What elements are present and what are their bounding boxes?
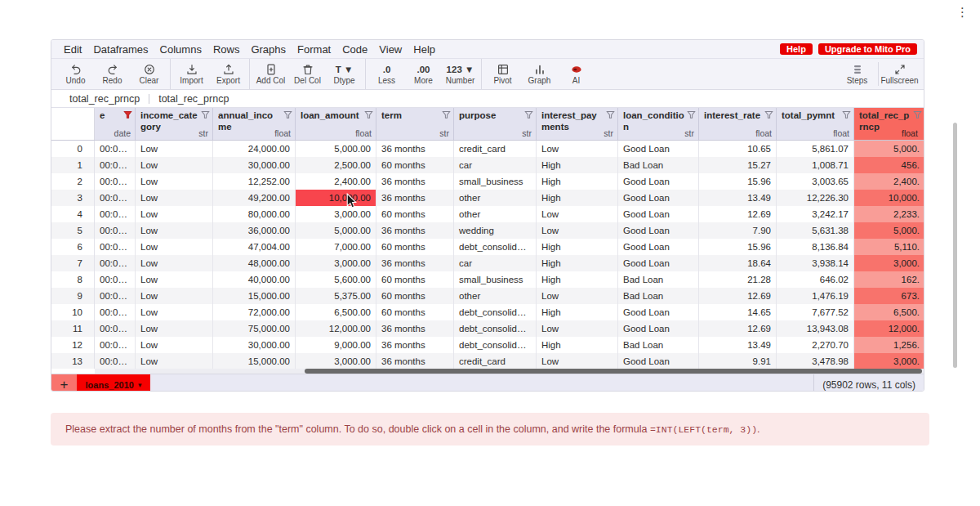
cell[interactable]: 1,476.19 (777, 288, 854, 304)
toolbar-button-del-col[interactable]: Del Col (289, 63, 326, 85)
row-index[interactable]: 9 (51, 288, 95, 304)
menu-item-graphs[interactable]: Graphs (245, 43, 292, 56)
cell[interactable]: 2,233. (854, 206, 924, 222)
cell[interactable]: Good Loan (618, 173, 699, 190)
row-index[interactable]: 11 (51, 320, 95, 337)
cell[interactable]: 5,110. (854, 239, 924, 255)
horizontal-scrollbar-thumb[interactable] (305, 369, 922, 374)
cell[interactable]: small_business (454, 173, 537, 190)
cell[interactable]: 8,136.84 (777, 239, 854, 255)
cell[interactable]: Good Loan (618, 239, 699, 255)
help-button[interactable]: Help (780, 43, 813, 55)
cell[interactable]: Low (136, 288, 213, 304)
cell[interactable]: car (454, 255, 537, 271)
cell[interactable]: car (454, 157, 537, 173)
toolbar-button-clear[interactable]: Clear (131, 63, 167, 85)
cell[interactable]: debt_consolidati… (454, 320, 537, 337)
cell[interactable]: Low (537, 288, 618, 304)
cell[interactable]: debt_consolidati… (454, 239, 537, 255)
cell[interactable]: High (537, 190, 618, 206)
row-index[interactable]: 1 (51, 157, 95, 173)
row-index[interactable]: 0 (51, 141, 95, 157)
cell[interactable]: 5,000. (854, 222, 924, 239)
toolbar-button-undo[interactable]: Undo (57, 63, 94, 85)
column-header-term[interactable]: termstr (376, 108, 454, 140)
cell[interactable]: Low (537, 320, 618, 337)
cell[interactable]: 12,000. (854, 320, 924, 337)
cell[interactable]: 00:0… (95, 157, 136, 173)
cell[interactable]: High (537, 173, 618, 190)
toolbar-button-number[interactable]: 123 ▼Number (442, 63, 479, 85)
cell[interactable]: Low (537, 222, 618, 239)
kebab-menu-icon[interactable]: ⋮ (956, 5, 969, 20)
cell[interactable]: 12,000.00 (296, 320, 376, 337)
cell[interactable]: credit_card (454, 141, 537, 157)
cell[interactable]: Good Loan (618, 255, 699, 271)
column-header-total-pymnt[interactable]: total_pymntfloat (777, 108, 854, 140)
menu-item-rows[interactable]: Rows (207, 43, 246, 56)
cell[interactable]: 36 months (376, 190, 454, 206)
cell[interactable]: 3,000. (854, 255, 924, 271)
cell[interactable]: Bad Loan (618, 157, 699, 173)
cell[interactable]: 5,600.00 (296, 271, 376, 288)
row-index[interactable]: 3 (51, 190, 95, 206)
cell[interactable]: 00:0… (95, 288, 136, 304)
cell[interactable]: Good Loan (618, 304, 699, 320)
cell[interactable]: 12.69 (699, 206, 777, 222)
cell[interactable]: High (537, 255, 618, 271)
row-index[interactable]: 6 (51, 239, 95, 255)
cell[interactable]: 2,270.70 (777, 337, 854, 353)
cell[interactable]: 00:0… (95, 353, 136, 369)
cell[interactable]: 5,375.00 (296, 288, 376, 304)
toolbar-button-less[interactable]: .0Less (368, 63, 405, 85)
grid-corner-cell[interactable] (51, 108, 95, 140)
cell[interactable]: 60 months (376, 157, 454, 173)
toolbar-button-graph[interactable]: Graph (521, 63, 558, 85)
cell[interactable]: 00:0… (95, 222, 136, 239)
filter-icon[interactable] (442, 110, 451, 119)
filter-icon[interactable] (764, 110, 773, 119)
cell[interactable]: Low (136, 157, 213, 173)
cell[interactable]: 6,500.00 (296, 304, 376, 320)
cell[interactable]: 13.49 (699, 190, 777, 206)
cell[interactable]: 60 months (376, 304, 454, 320)
cell[interactable]: Low (136, 255, 213, 271)
cell[interactable]: 12,226.30 (777, 190, 854, 206)
cell[interactable]: 40,000.00 (213, 271, 296, 288)
cell[interactable]: High (537, 239, 618, 255)
cell[interactable]: High (537, 337, 618, 353)
filter-icon[interactable] (606, 110, 615, 119)
cell[interactable]: 60 months (376, 206, 454, 222)
cell[interactable]: Good Loan (618, 320, 699, 337)
cell[interactable]: credit_card (454, 353, 537, 369)
cell[interactable]: 12.69 (699, 320, 777, 337)
cell[interactable]: 5,861.07 (777, 141, 854, 157)
cell[interactable]: 36 months (376, 173, 454, 190)
toolbar-button-dtype[interactable]: T ▼Dtype (326, 63, 363, 85)
cell[interactable]: 3,000.00 (296, 353, 376, 369)
cell[interactable]: 00:0… (95, 206, 136, 222)
cell[interactable]: 24,000.00 (213, 141, 296, 157)
cell[interactable]: small_business (454, 271, 537, 288)
cell[interactable]: 7,677.52 (777, 304, 854, 320)
cell[interactable]: 2,400.00 (296, 173, 376, 190)
cell[interactable]: wedding (454, 222, 537, 239)
column-header-annual-income[interactable]: annual_incomefloat (213, 108, 296, 140)
cell[interactable]: 00:0… (95, 173, 136, 190)
row-index[interactable]: 5 (51, 222, 95, 239)
cell[interactable]: 1,008.71 (777, 157, 854, 173)
cell[interactable]: 7.90 (699, 222, 777, 239)
toolbar-button-pivot[interactable]: Pivot (484, 63, 521, 85)
menu-item-code[interactable]: Code (336, 43, 373, 56)
row-index[interactable]: 2 (51, 173, 95, 190)
cell[interactable]: 10,000. (854, 190, 924, 206)
cell[interactable]: 646.02 (777, 271, 854, 288)
upgrade-to-mito-pro-button[interactable]: Upgrade to Mito Pro (818, 43, 917, 55)
row-index[interactable]: 13 (51, 353, 95, 369)
cell[interactable]: 15.96 (699, 173, 777, 190)
cell[interactable]: 2,400. (854, 173, 924, 190)
formula-input[interactable]: total_rec_prncp (158, 93, 229, 105)
cell[interactable]: 7,000.00 (296, 239, 376, 255)
cell[interactable]: 36 months (376, 337, 454, 353)
column-header-loan-condition[interactable]: loan_conditionstr (618, 108, 699, 140)
